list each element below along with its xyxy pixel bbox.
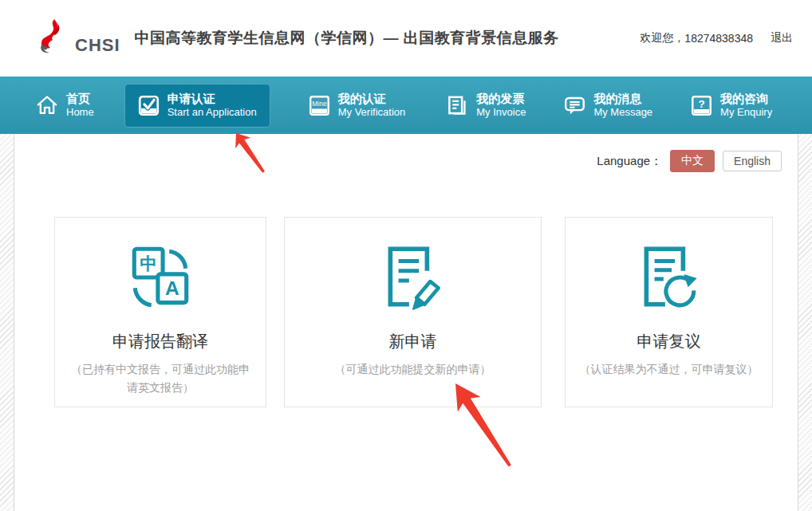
question-box-icon: ? — [691, 95, 712, 116]
card-new-application[interactable]: 新申请 （可通过此功能提交新的申请） — [284, 217, 542, 407]
page-header: CHSI 中国高等教育学生信息网（学信网）— 出国教育背景信息服务 欢迎您， 1… — [0, 0, 812, 77]
chsi-flame-icon — [30, 18, 72, 59]
message-bubble-icon — [564, 95, 585, 116]
nav-item-start-application[interactable]: 申请认证 Start an Application — [124, 84, 270, 128]
main-navbar: 首页 Home 申请认证 Start an Application Mine 我… — [0, 77, 812, 134]
language-label: Language： — [597, 154, 662, 169]
mine-box-icon: Mine — [309, 95, 330, 116]
logo-text: CHSI — [75, 35, 120, 56]
welcome-bar: 欢迎您， 18274838348 退出 — [640, 31, 793, 45]
nav-item-my-invoice[interactable]: 我的发票 My Invoice — [447, 92, 526, 120]
card-reconsideration[interactable]: 申请复议 （认证结果为不通过，可申请复议） — [565, 217, 773, 407]
nav-item-home[interactable]: 首页 Home — [36, 92, 94, 120]
nav-label-zh: 我的认证 — [338, 92, 406, 107]
new-application-icon — [285, 242, 541, 318]
nav-label-zh: 申请认证 — [168, 92, 257, 107]
card-subtitle: （已持有中文报告，可通过此功能申请英文报告） — [55, 360, 266, 397]
nav-label-zh: 我的咨询 — [720, 92, 772, 107]
svg-text:中: 中 — [140, 254, 156, 273]
nav-label-zh: 首页 — [66, 92, 94, 107]
translate-icon: 中 A — [55, 242, 266, 318]
nav-label-en: Home — [66, 106, 94, 119]
check-square-icon — [138, 95, 160, 116]
home-icon — [36, 94, 58, 116]
card-report-translation[interactable]: 中 A 申请报告翻译 （已持有中文报告，可通过此功能申请英文报告） — [54, 217, 266, 407]
card-title: 新申请 — [285, 331, 541, 352]
svg-text:A: A — [165, 277, 179, 299]
card-title: 申请报告翻译 — [55, 331, 266, 352]
nav-label-en: My Message — [593, 106, 652, 119]
card-subtitle: （认证结果为不通过，可申请复议） — [566, 360, 772, 379]
chsi-logo: CHSI — [30, 18, 120, 59]
nav-item-my-message[interactable]: 我的消息 My Message — [564, 92, 652, 120]
language-chinese-button[interactable]: 中文 — [670, 150, 715, 172]
svg-text:?: ? — [698, 98, 704, 110]
nav-label-zh: 我的消息 — [593, 92, 652, 107]
card-subtitle: （可通过此功能提交新的申请） — [285, 360, 541, 379]
user-id: 18274838348 — [684, 32, 753, 45]
invoice-icon — [447, 95, 468, 116]
site-title: 中国高等教育学生信息网（学信网）— 出国教育背景信息服务 — [135, 28, 559, 49]
nav-label-en: My Verification — [338, 106, 406, 119]
nav-label-zh: 我的发票 — [476, 92, 526, 107]
nav-label-en: My Enquiry — [720, 106, 772, 119]
logout-link[interactable]: 退出 — [771, 31, 793, 45]
language-english-button[interactable]: English — [723, 151, 782, 171]
welcome-prefix: 欢迎您， — [640, 31, 684, 45]
language-switcher: Language： 中文 English — [597, 150, 782, 172]
main-content: Language： 中文 English 中 A 申请报告翻译 （已持有中文报告… — [14, 134, 798, 511]
nav-label-en: Start an Application — [168, 106, 257, 119]
nav-item-my-enquiry[interactable]: ? 我的咨询 My Enquiry — [691, 92, 772, 120]
nav-item-my-verification[interactable]: Mine 我的认证 My Verification — [309, 92, 406, 120]
nav-label-en: My Invoice — [476, 106, 526, 119]
svg-text:Mine: Mine — [312, 100, 327, 108]
review-refresh-icon — [566, 242, 772, 318]
card-title: 申请复议 — [566, 331, 772, 352]
